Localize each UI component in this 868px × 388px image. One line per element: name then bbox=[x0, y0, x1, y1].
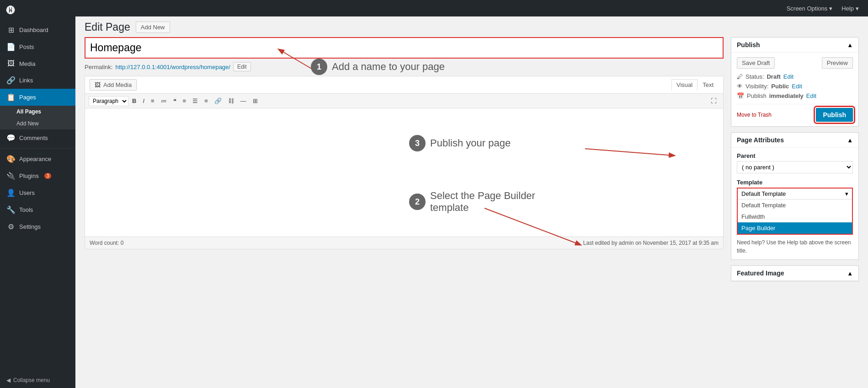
publish-time-icon: 📅 bbox=[737, 92, 744, 99]
sidebar-item-label: Appearance bbox=[19, 156, 51, 162]
link-button[interactable]: 🔗 bbox=[212, 96, 224, 106]
right-sidebar: Publish ▲ Save Draft Preview 🖊 Status: D… bbox=[731, 37, 859, 379]
table-button[interactable]: ⊞ bbox=[250, 96, 261, 106]
screen-options-button[interactable]: Screen Options ▾ bbox=[783, 3, 836, 14]
blockquote-button[interactable]: ❝ bbox=[170, 96, 179, 106]
topbar: Screen Options ▾ Help ▾ bbox=[75, 0, 868, 16]
visibility-edit-link[interactable]: Edit bbox=[792, 83, 802, 90]
template-option-default[interactable]: Default Template bbox=[738, 199, 852, 211]
tab-text[interactable]: Text bbox=[698, 79, 719, 91]
page-attributes-body: Parent ( no parent ) Template Default Te… bbox=[731, 148, 858, 259]
sidebar-item-label: Links bbox=[19, 77, 33, 84]
sidebar: 🅦 ⊞ Dashboard 📄 Posts 🖼 Media 🔗 Links 📋 … bbox=[0, 0, 75, 388]
permalink-edit-button[interactable]: Edit bbox=[233, 62, 251, 71]
sidebar-sub-add-new[interactable]: Add New bbox=[0, 118, 75, 129]
status-edit-link[interactable]: Edit bbox=[783, 73, 793, 80]
pages-submenu: All Pages Add New bbox=[0, 106, 75, 129]
page-header: Edit Page Add New bbox=[75, 16, 868, 37]
sidebar-item-label: Comments bbox=[19, 135, 48, 141]
add-media-icon: 🖼 bbox=[95, 81, 101, 88]
screen-options-chevron: ▾ bbox=[829, 5, 832, 12]
add-media-button[interactable]: 🖼 Add Media bbox=[90, 79, 137, 91]
collapse-label: Collapse menu bbox=[13, 377, 50, 383]
unordered-list-button[interactable]: ≡ bbox=[148, 96, 157, 106]
sidebar-item-plugins[interactable]: 🔌 Plugins 3 bbox=[0, 167, 75, 184]
plugins-icon: 🔌 bbox=[6, 172, 16, 180]
sidebar-item-comments[interactable]: 💬 Comments bbox=[0, 129, 75, 146]
paragraph-select[interactable]: Paragraph bbox=[89, 96, 128, 106]
page-attributes-header[interactable]: Page Attributes ▲ bbox=[731, 133, 858, 148]
sidebar-item-pages[interactable]: 📋 Pages bbox=[0, 89, 75, 106]
publish-metabox-header[interactable]: Publish ▲ bbox=[731, 38, 858, 53]
sidebar-item-dashboard[interactable]: ⊞ Dashboard bbox=[0, 22, 75, 38]
ordered-list-button[interactable]: ≔ bbox=[158, 96, 170, 106]
collapse-icon: ◀ bbox=[6, 377, 11, 383]
edit-area: Permalink: http://127.0.0.1:4001/wordpre… bbox=[75, 37, 868, 388]
bold-button[interactable]: B bbox=[129, 96, 139, 106]
sidebar-item-users[interactable]: 👤 Users bbox=[0, 184, 75, 201]
help-text: Need help? Use the Help tab above the sc… bbox=[737, 238, 853, 255]
hr-button[interactable]: — bbox=[238, 96, 249, 106]
align-left-button[interactable]: ≡ bbox=[180, 96, 189, 106]
sidebar-item-settings[interactable]: ⚙ Settings bbox=[0, 218, 75, 235]
publish-button[interactable]: Publish bbox=[816, 108, 853, 122]
collapse-menu-button[interactable]: ◀ Collapse menu bbox=[0, 372, 75, 388]
template-option-fullwidth[interactable]: Fullwidth bbox=[738, 211, 852, 222]
word-count: Word count: 0 bbox=[90, 240, 123, 246]
italic-button[interactable]: I bbox=[140, 96, 147, 106]
appearance-icon: 🎨 bbox=[6, 155, 16, 163]
media-icon: 🖼 bbox=[6, 59, 16, 68]
align-center-button[interactable]: ☰ bbox=[190, 96, 201, 106]
save-draft-button[interactable]: Save Draft bbox=[737, 57, 775, 69]
editor-status: Word count: 0 Last edited by admin on No… bbox=[85, 237, 723, 249]
add-new-button[interactable]: Add New bbox=[136, 22, 170, 33]
publish-time-label: Publish bbox=[747, 92, 767, 99]
sidebar-item-links[interactable]: 🔗 Links bbox=[0, 72, 75, 89]
fullscreen-button[interactable]: ⛶ bbox=[708, 96, 719, 106]
sidebar-item-label: Tools bbox=[19, 206, 33, 213]
permalink-row: Permalink: http://127.0.0.1:4001/wordpre… bbox=[85, 62, 724, 71]
sidebar-item-media[interactable]: 🖼 Media bbox=[0, 55, 75, 72]
template-dropdown-wrapper: Default Template ▾ Default Template Full… bbox=[737, 188, 853, 235]
users-icon: 👤 bbox=[6, 189, 16, 197]
help-label: Help bbox=[841, 5, 854, 12]
template-chevron-icon: ▾ bbox=[845, 190, 848, 197]
publish-time-value: immediately bbox=[769, 92, 804, 99]
editor-top-bar: 🖼 Add Media Visual Text bbox=[85, 76, 723, 94]
sidebar-item-tools[interactable]: 🔧 Tools bbox=[0, 201, 75, 218]
permalink-url[interactable]: http://127.0.0.1:4001/wordpress/homepage… bbox=[115, 64, 230, 70]
page-attributes-collapse-icon: ▲ bbox=[847, 137, 853, 144]
editor-box: 🖼 Add Media Visual Text Paragraph B I bbox=[85, 76, 724, 249]
unlink-button[interactable]: ⛓ bbox=[225, 96, 237, 106]
sidebar-sub-all-pages[interactable]: All Pages bbox=[0, 106, 75, 118]
tab-visual[interactable]: Visual bbox=[671, 79, 698, 91]
status-label: Status: bbox=[746, 73, 764, 80]
page-attributes-title: Page Attributes bbox=[737, 136, 784, 144]
links-icon: 🔗 bbox=[6, 76, 16, 85]
sidebar-item-appearance[interactable]: 🎨 Appearance bbox=[0, 151, 75, 167]
featured-image-header[interactable]: Featured Image ▲ bbox=[731, 266, 858, 281]
screen-options-label: Screen Options bbox=[787, 5, 828, 12]
publish-collapse-icon: ▲ bbox=[847, 42, 853, 48]
move-to-trash-link[interactable]: Move to Trash bbox=[737, 112, 772, 118]
publish-footer: Move to Trash Publish bbox=[737, 104, 853, 122]
preview-button[interactable]: Preview bbox=[822, 57, 853, 69]
posts-icon: 📄 bbox=[6, 43, 16, 51]
pages-icon: 📋 bbox=[6, 93, 16, 102]
title-input[interactable] bbox=[90, 42, 718, 54]
parent-select[interactable]: ( no parent ) bbox=[737, 161, 853, 173]
publish-time-edit-link[interactable]: Edit bbox=[806, 92, 816, 99]
featured-image-collapse-icon: ▲ bbox=[847, 270, 853, 277]
publish-time-row: 📅 Publish immediately Edit bbox=[737, 92, 853, 99]
sidebar-item-label: Posts bbox=[19, 43, 34, 50]
visibility-label: Visibility: bbox=[746, 83, 768, 90]
editor-content[interactable] bbox=[85, 108, 723, 237]
align-right-button[interactable]: ≡ bbox=[202, 96, 211, 106]
publish-actions: Save Draft Preview bbox=[737, 57, 853, 69]
sidebar-item-label: Plugins bbox=[19, 172, 39, 179]
help-button[interactable]: Help ▾ bbox=[838, 3, 863, 14]
template-select-top[interactable]: Default Template ▾ bbox=[738, 189, 852, 199]
visibility-value: Public bbox=[771, 83, 789, 90]
sidebar-item-posts[interactable]: 📄 Posts bbox=[0, 38, 75, 55]
template-option-pagebuilder[interactable]: Page Builder bbox=[738, 222, 852, 234]
